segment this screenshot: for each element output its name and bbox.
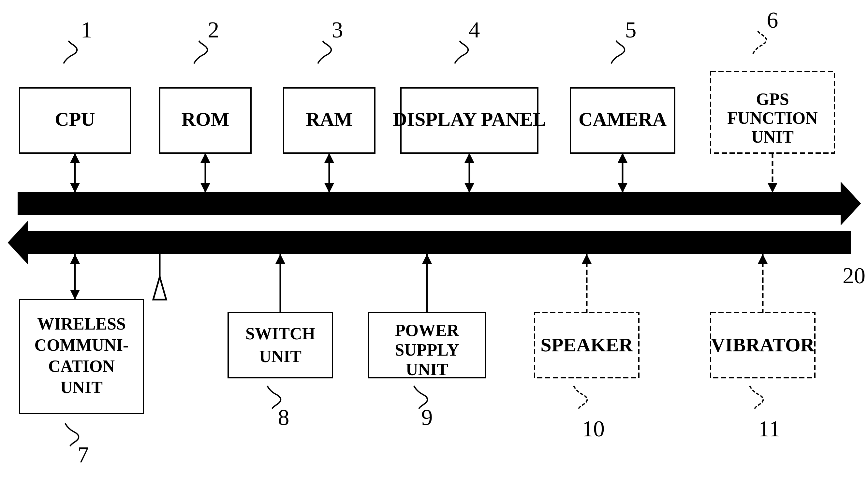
ram-label: RAM — [306, 109, 352, 130]
ref11-squiggle — [750, 386, 763, 409]
wireless-label-4: UNIT — [60, 378, 103, 397]
cpu-arrow-down — [70, 183, 80, 193]
ref3-squiggle — [318, 41, 331, 63]
rom-arrow-down — [200, 183, 210, 193]
power-label-3: UNIT — [406, 360, 448, 379]
gps-label-1: GPS — [756, 90, 789, 109]
ref4-number: 4 — [469, 17, 480, 42]
cpu-label: CPU — [55, 109, 95, 130]
gps-label-2: FUNCTION — [727, 109, 817, 127]
rom-label: ROM — [182, 109, 230, 130]
speaker-label: SPEAKER — [540, 334, 633, 356]
switch-label-1: SWITCH — [246, 324, 315, 343]
display-panel-label: DISPLAY PANEL — [393, 109, 546, 130]
cpu-arrow-up — [70, 153, 80, 163]
ref11-number: 11 — [758, 416, 780, 441]
switch-label-2: UNIT — [259, 347, 302, 366]
ref5-number: 5 — [625, 17, 637, 42]
ref1-squiggle — [64, 41, 77, 63]
ref2-number: 2 — [208, 17, 219, 42]
ref6-number: 6 — [767, 7, 778, 33]
wireless-label-2: COMMUNI- — [35, 336, 129, 354]
ref3-number: 3 — [332, 17, 343, 42]
diagram-container: CPU ROM RAM DISPLAY PANEL CAMERA GPS FUN… — [0, 0, 868, 494]
switch-arrow-up — [275, 254, 285, 264]
wireless-label-3: CATION — [48, 357, 115, 376]
ref1-number: 1 — [81, 17, 92, 42]
ref2-squiggle — [194, 41, 207, 63]
power-label-2: SUPPLY — [395, 341, 459, 359]
display-arrow-down — [465, 183, 474, 193]
ref7-squiggle — [65, 423, 78, 446]
ref6-squiggle — [753, 31, 766, 54]
ram-arrow-up — [324, 153, 334, 163]
vibrator-label: VIBRATOR — [711, 334, 815, 356]
gps-arrow-down — [767, 183, 777, 193]
wireless-label-1: WIRELESS — [37, 315, 126, 333]
rom-arrow-up — [200, 153, 210, 163]
ram-arrow-down — [324, 183, 334, 193]
ref9-number: 9 — [421, 405, 433, 430]
power-label-1: POWER — [395, 321, 459, 340]
ref20-number: 20 — [843, 263, 865, 288]
ref5-squiggle — [611, 41, 625, 63]
antenna-symbol — [153, 277, 166, 300]
vibrator-arrow-up — [758, 254, 767, 264]
wireless-arrow-up — [70, 254, 80, 264]
ref10-squiggle — [574, 386, 587, 409]
bus-bottom-arrow — [8, 222, 851, 264]
ref4-squiggle — [455, 41, 468, 63]
display-arrow-up — [465, 153, 474, 163]
ref7-number: 7 — [77, 442, 89, 467]
gps-label-3: UNIT — [751, 128, 794, 146]
speaker-arrow-up — [582, 254, 592, 264]
ref10-number: 10 — [582, 416, 604, 441]
camera-arrow-up — [618, 153, 628, 163]
power-arrow-up — [422, 254, 432, 264]
switch-box — [228, 312, 332, 378]
bus-top-arrow — [18, 182, 861, 225]
camera-arrow-down — [618, 183, 628, 193]
ref8-number: 8 — [278, 405, 289, 430]
camera-label: CAMERA — [579, 109, 667, 130]
wireless-arrow-down — [70, 290, 80, 300]
